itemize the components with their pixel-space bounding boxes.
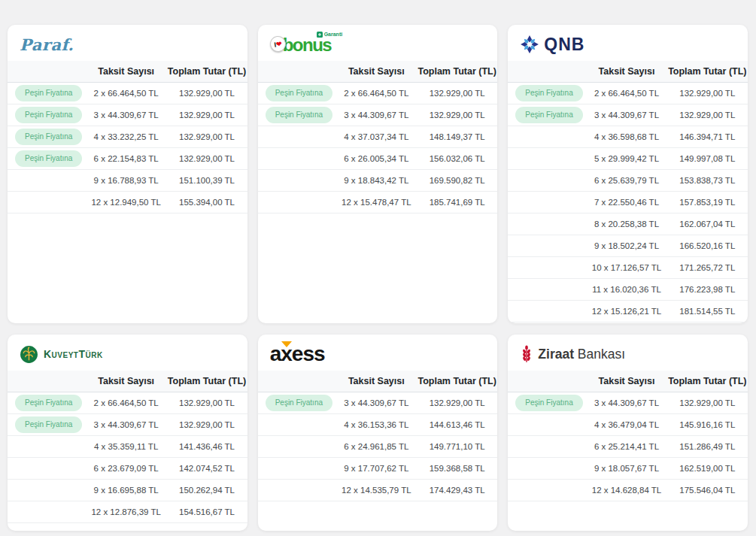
ziraat-logo-text-bold: Ziraat — [538, 347, 574, 362]
table-header: Taksit Sayısı Toplam Tutar (TL) — [508, 371, 748, 392]
total-value: 166.520,16 TL — [667, 241, 748, 250]
total-value: 151.100,39 TL — [166, 176, 247, 185]
installment-value: 7 x 22.550,46 TL — [586, 198, 666, 207]
total-value: 132.929,00 TL — [166, 89, 247, 98]
kuveytturk-palm-icon — [20, 345, 38, 364]
installment-row: Peşin Fiyatına3 x 44.309,67 TL132.929,00… — [8, 414, 247, 436]
installment-value: 6 x 22.154,83 TL — [86, 154, 166, 163]
badge-cell: Peşin Fiyatına — [8, 395, 86, 411]
total-value: 132.929,00 TL — [417, 89, 497, 98]
total-value: 149.771,10 TL — [417, 442, 497, 451]
garanti-icon — [317, 32, 323, 38]
installment-table-body: Peşin Fiyatına3 x 44.309,67 TL132.929,00… — [258, 392, 498, 501]
total-value: 146.394,71 TL — [667, 132, 748, 141]
bank-card-paraf: Paraf. Taksit Sayısı Toplam Tutar (TL) P… — [8, 25, 247, 323]
table-header: Taksit Sayısı Toplam Tutar (TL) — [8, 61, 247, 83]
installment-row: 12 x 12.949,50 TL155.394,00 TL — [8, 192, 247, 213]
total-value: 155.394,00 TL — [166, 198, 247, 207]
qnb-logo: QNB — [508, 25, 748, 61]
bonus-logo-text: bonus — [283, 38, 332, 53]
table-header: Taksit Sayısı Toplam Tutar (TL) — [258, 61, 498, 83]
badge-cell: Peşin Fiyatına — [8, 129, 86, 145]
header-total: Toplam Tutar (TL) — [417, 66, 497, 77]
header-total: Toplam Tutar (TL) — [667, 66, 748, 77]
badge-cell: Peşin Fiyatına — [8, 416, 86, 433]
axess-triangle-icon: x — [281, 346, 292, 362]
installment-value: 9 x 17.707,62 TL — [336, 464, 417, 473]
installment-value: 5 x 29.999,42 TL — [586, 154, 666, 163]
installment-value: 12 x 15.478,47 TL — [336, 198, 417, 207]
installment-value: 8 x 20.258,38 TL — [586, 220, 666, 229]
badge-cell: Peşin Fiyatına — [258, 395, 336, 411]
installment-row: 12 x 14.628,84 TL175.546,04 TL — [508, 480, 748, 501]
total-value: 141.436,46 TL — [166, 442, 247, 451]
installment-row: Peşin Fiyatına2 x 66.464,50 TL132.929,00… — [8, 83, 247, 104]
total-value: 156.032,06 TL — [417, 154, 497, 163]
header-installments: Taksit Sayısı — [86, 66, 166, 77]
ziraat-logo: Ziraat Bankası — [508, 335, 748, 371]
badge-cell: Peşin Fiyatına — [8, 150, 86, 167]
installment-value: 12 x 12.876,39 TL — [86, 507, 166, 516]
cash-price-badge: Peşin Fiyatına — [266, 107, 332, 123]
heart-icon: ❤ — [275, 39, 282, 47]
installment-value: 2 x 66.464,50 TL — [586, 89, 666, 98]
installment-value: 6 x 24.961,85 TL — [336, 442, 417, 451]
ziraat-logo-text-rest: Bankası — [578, 347, 625, 362]
bonus-logo: I❤ bonus Garanti — [258, 25, 498, 61]
bank-card-axess: axess Taksit Sayısı Toplam Tutar (TL) Pe… — [258, 335, 498, 531]
total-value: 132.929,00 TL — [166, 154, 247, 163]
installment-table-body: Peşin Fiyatına2 x 66.464,50 TL132.929,00… — [508, 83, 748, 323]
total-value: 157.853,19 TL — [667, 198, 748, 207]
bank-card-ziraat: Ziraat Bankası Taksit Sayısı Toplam Tuta… — [508, 335, 748, 531]
qnb-logo-text: QNB — [544, 35, 584, 55]
installment-cards-grid: Paraf. Taksit Sayısı Toplam Tutar (TL) P… — [0, 0, 756, 531]
installment-value: 12 x 12.949,50 TL — [86, 198, 166, 207]
cash-price-badge: Peşin Fiyatına — [515, 85, 582, 101]
installment-row: 4 x 36.598,68 TL146.394,71 TL — [508, 126, 748, 148]
installment-value: 9 x 18.843,42 TL — [336, 176, 417, 185]
bank-card-kuveytturk: KuveytTürk Taksit Sayısı Toplam Tutar (T… — [8, 335, 247, 531]
installment-row: Peşin Fiyatına2 x 66.464,50 TL132.929,00… — [508, 83, 748, 104]
installment-row: 4 x 36.479,04 TL145.916,16 TL — [508, 414, 748, 436]
installment-row: Peşin Fiyatına3 x 44.309,67 TL132.929,00… — [508, 104, 748, 126]
installment-row: 9 x 18.502,24 TL166.520,16 TL — [508, 235, 748, 257]
installment-row: 11 x 16.020,36 TL176.223,98 TL — [508, 279, 748, 301]
cash-price-badge: Peşin Fiyatına — [15, 150, 82, 167]
installment-value: 4 x 36.153,36 TL — [336, 420, 417, 429]
total-value: 162.519,00 TL — [667, 464, 748, 473]
installment-value: 3 x 44.309,67 TL — [586, 111, 666, 120]
axess-logo: axess — [258, 335, 498, 371]
installment-value: 9 x 16.788,93 TL — [86, 176, 166, 185]
installment-value: 6 x 26.005,34 TL — [336, 154, 417, 163]
total-value: 154.516,67 TL — [166, 507, 247, 516]
installment-row: 6 x 25.639,79 TL153.838,73 TL — [508, 170, 748, 192]
cash-price-badge: Peşin Fiyatına — [515, 395, 582, 411]
installment-value: 3 x 44.309,67 TL — [86, 420, 166, 429]
cash-price-badge: Peşin Fiyatına — [266, 395, 332, 411]
total-value: 132.929,00 TL — [667, 89, 748, 98]
cash-price-badge: Peşin Fiyatına — [515, 107, 582, 123]
table-header: Taksit Sayısı Toplam Tutar (TL) — [508, 61, 748, 83]
badge-cell: Peşin Fiyatına — [508, 107, 586, 123]
installment-row: 6 x 23.679,09 TL142.074,52 TL — [8, 458, 247, 480]
total-value: 169.590,82 TL — [417, 176, 497, 185]
installment-value: 6 x 25.214,41 TL — [586, 442, 666, 451]
total-value: 149.997,08 TL — [667, 154, 748, 163]
total-value: 175.546,04 TL — [667, 486, 748, 495]
badge-cell: Peşin Fiyatına — [258, 107, 336, 123]
total-value: 132.929,00 TL — [417, 398, 497, 407]
total-value: 162.067,04 TL — [667, 220, 748, 229]
installment-row: 6 x 26.005,34 TL156.032,06 TL — [258, 148, 498, 170]
installment-row: Peşin Fiyatına3 x 44.309,67 TL132.929,00… — [258, 104, 498, 126]
installment-row: 5 x 29.999,42 TL149.997,08 TL — [508, 148, 748, 170]
installment-row: 4 x 35.359,11 TL141.436,46 TL — [8, 436, 247, 458]
installment-value: 10 x 17.126,57 TL — [586, 263, 666, 272]
total-value: 150.262,94 TL — [166, 486, 247, 495]
installment-row: 9 x 17.707,62 TL159.368,58 TL — [258, 458, 498, 480]
cash-price-badge: Peşin Fiyatına — [15, 395, 82, 411]
installment-value: 12 x 14.628,84 TL — [586, 486, 666, 495]
installment-table-body: Peşin Fiyatına3 x 44.309,67 TL132.929,00… — [508, 392, 748, 501]
header-installments: Taksit Sayısı — [336, 376, 417, 386]
header-total: Toplam Tutar (TL) — [667, 376, 748, 386]
installment-row: 7 x 22.550,46 TL157.853,19 TL — [508, 192, 748, 213]
